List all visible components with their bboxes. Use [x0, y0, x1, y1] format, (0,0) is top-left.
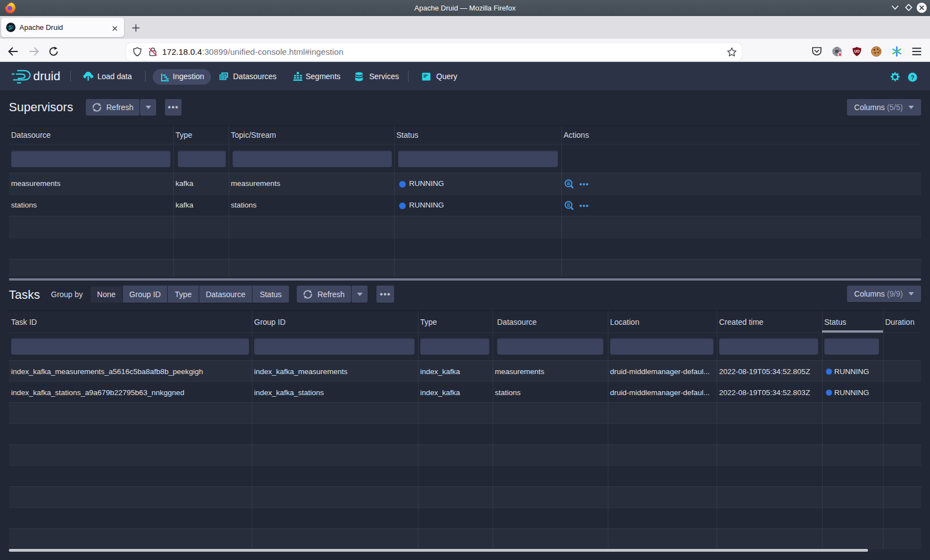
svg-text:?: ?: [911, 74, 914, 81]
svg-text:UO: UO: [854, 49, 860, 53]
